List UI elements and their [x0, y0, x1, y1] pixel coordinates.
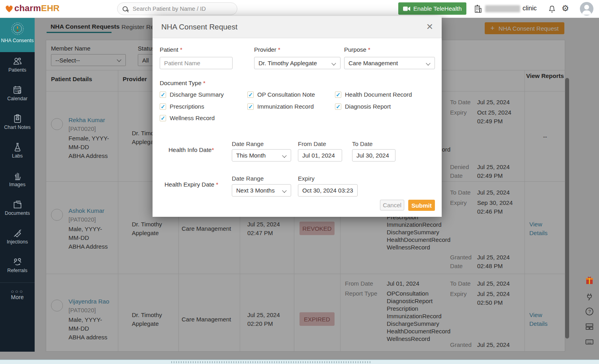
sidebar-item-label: Labs [0, 153, 35, 159]
syringe-icon [12, 228, 23, 238]
purpose-field-label: Purpose * [344, 46, 370, 53]
sidebar-item-more[interactable]: ○○○ More [0, 284, 35, 308]
provider-select-value: Dr. Timothy Applegate [258, 60, 317, 66]
keyboard-icon[interactable] [585, 337, 595, 347]
checkbox-checked-icon: ✓ [160, 115, 166, 121]
checkbox-label: Discharge Summary [170, 91, 224, 98]
hospital-icon [473, 4, 483, 14]
checkbox-label: Wellness Record [170, 115, 215, 121]
submit-button[interactable]: Submit [408, 200, 435, 211]
search-icon [121, 5, 130, 14]
sidebar-item-label: Calendar [0, 96, 35, 101]
nha-emblem-icon [9, 21, 26, 38]
top-header: charmEHR Enable TeleHealth clinic [0, 0, 599, 18]
chevron-down-icon [282, 153, 286, 158]
checkbox-checked-icon: ✓ [335, 103, 341, 110]
sidebar-item-labs[interactable]: Labs [0, 138, 35, 167]
sidebar-item-label: Patients [0, 67, 35, 73]
search-input[interactable] [133, 6, 228, 12]
required-asterisk: * [203, 80, 206, 86]
sidebar-item-label: More [0, 294, 35, 300]
settings-gear-icon[interactable]: ⚙ [562, 3, 569, 14]
checkbox-checked-icon: ✓ [247, 103, 254, 110]
checkbox-diagnosis-report[interactable]: ✓Diagnosis Report [335, 103, 391, 110]
sidebar-item-injections[interactable]: Injections [0, 224, 35, 253]
calendar-icon: 12 [12, 85, 23, 95]
checkbox-checked-icon: ✓ [335, 91, 341, 98]
cancel-button[interactable]: Cancel [380, 200, 404, 210]
checkbox-label: OP Consultation Note [257, 91, 315, 98]
documents-folder-icon [12, 199, 23, 210]
health-expiry-date-label: Health Expiry Date * [164, 181, 218, 188]
left-sidebar: NHA Consents Patients 12 Calendar [0, 18, 35, 352]
purpose-select-value: Care Management [348, 60, 398, 66]
sidebar-item-chart-notes[interactable]: CC Chart Notes [0, 109, 35, 138]
required-asterisk: * [368, 46, 370, 53]
layout-panels-icon[interactable] [585, 322, 595, 332]
required-asterisk: * [278, 46, 280, 53]
svg-text:12: 12 [15, 90, 18, 92]
sidebar-item-patients[interactable]: Patients [0, 52, 35, 81]
hi-date-range-label: Date Range [232, 140, 264, 147]
he-date-range-select[interactable]: Next 3 Months [232, 184, 291, 197]
hi-from-date-input[interactable] [298, 149, 342, 162]
sidebar-item-label: NHA Consents [0, 38, 35, 43]
sidebar-item-nha-consents[interactable]: NHA Consents [0, 18, 35, 52]
sidebar-item-calendar[interactable]: 12 Calendar [0, 81, 35, 109]
sidebar-item-label: Chart Notes [0, 125, 35, 130]
chevron-down-icon [282, 188, 286, 193]
horizontal-scrollbar[interactable] [0, 360, 599, 364]
sidebar-item-referrals[interactable]: Referrals [0, 253, 35, 281]
chevron-down-icon [426, 61, 430, 65]
clipboard-icon: CC [12, 113, 23, 124]
heart-logo-icon [4, 3, 14, 14]
brand-name-secondary: EHR [41, 3, 59, 14]
help-icon[interactable]: ? [585, 307, 595, 317]
he-expiry-input[interactable] [298, 184, 358, 197]
scrollbar-thumb[interactable] [171, 361, 370, 363]
checkbox-label: Immunization Record [257, 103, 314, 110]
sidebar-divider [0, 282, 35, 283]
sidebar-item-images[interactable]: Images [0, 167, 35, 195]
chevron-down-icon [331, 61, 336, 65]
user-avatar[interactable] [580, 2, 593, 16]
patient-search[interactable] [117, 2, 237, 15]
notifications-bell-icon[interactable] [548, 4, 556, 14]
purpose-select[interactable]: Care Management [344, 57, 435, 69]
close-icon[interactable]: × [427, 20, 433, 33]
checkbox-label: Diagnosis Report [345, 103, 391, 110]
checkbox-checked-icon: ✓ [160, 103, 166, 110]
modal-title: NHA Consent Request [161, 23, 237, 31]
hi-from-date-label: From Date [298, 140, 326, 147]
checkbox-discharge-summary[interactable]: ✓Discharge Summary [160, 91, 224, 98]
enable-telehealth-button[interactable]: Enable TeleHealth [398, 2, 466, 15]
telehealth-label: Enable TeleHealth [413, 5, 462, 12]
app-screen: NHA Consent Requests Register Re + NHA C… [0, 0, 599, 364]
patient-name-input[interactable] [160, 57, 233, 69]
checkbox-checked-icon: ✓ [160, 91, 166, 98]
checkbox-op-consultation-note[interactable]: ✓OP Consultation Note [247, 91, 315, 98]
hi-to-date-label: To Date [352, 140, 373, 147]
hi-to-date-input[interactable] [352, 149, 395, 162]
he-expiry-label: Expiry [298, 175, 315, 182]
checkbox-immunization-record[interactable]: ✓Immunization Record [247, 103, 314, 110]
plug-icon[interactable] [585, 291, 595, 302]
checkbox-wellness-record[interactable]: ✓Wellness Record [160, 115, 215, 121]
checkbox-prescriptions[interactable]: ✓Prescriptions [160, 103, 204, 110]
checkbox-label: Health Document Record [345, 91, 412, 98]
sidebar-item-documents[interactable]: Documents [0, 195, 35, 224]
sidebar-item-label: Referrals [0, 268, 35, 273]
hi-date-range-select[interactable]: This Month [232, 149, 291, 162]
svg-text:?: ? [588, 309, 591, 314]
gift-icon[interactable] [585, 276, 595, 286]
nha-consent-request-modal: NHA Consent Request × Patient * Provider… [153, 16, 442, 217]
app-logo[interactable]: charmEHR [4, 3, 60, 14]
provider-select[interactable]: Dr. Timothy Applegate [254, 57, 341, 69]
xray-hand-icon [12, 171, 23, 181]
patient-field-label: Patient * [160, 46, 182, 53]
svg-text:CC: CC [16, 118, 19, 120]
checkbox-health-document-record[interactable]: ✓Health Document Record [335, 91, 412, 98]
more-dots-icon: ○○○ [0, 288, 35, 294]
required-asterisk: * [180, 46, 182, 53]
patients-icon [12, 56, 23, 66]
